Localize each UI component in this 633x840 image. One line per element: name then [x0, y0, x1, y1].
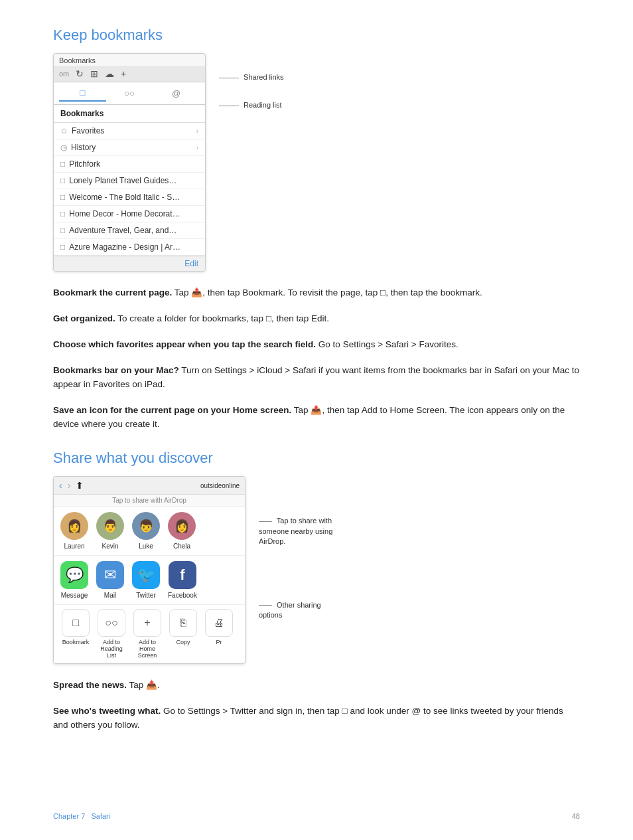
bookmarks-callouts: Shared links Reading list	[219, 73, 284, 109]
contact-name-lauren: Lauren	[64, 543, 84, 550]
list-item-pitchfork[interactable]: □ Pitchfork	[54, 156, 205, 173]
callout-reading-list: Reading list	[219, 101, 284, 109]
history-icon: ◷	[60, 143, 67, 152]
bookmarks-toolbar: om ↻ ⊞ ☁ +	[54, 66, 205, 82]
pitchfork-icon: □	[60, 159, 65, 169]
para-tweeting: See who's tweeting what. Go to Settings …	[53, 705, 580, 732]
edit-button[interactable]: Edit	[184, 259, 198, 268]
action-copy[interactable]: ⎘ Copy	[168, 609, 198, 659]
contact-chela[interactable]: 👩 Chela	[168, 512, 196, 550]
facebook-icon: f	[169, 561, 196, 589]
contact-lauren[interactable]: 👩 Lauren	[60, 512, 88, 550]
action-bookmark[interactable]: □ Bookmark	[60, 609, 91, 659]
history-chevron: ›	[196, 144, 198, 151]
list-item-history[interactable]: ◷ History ›	[54, 139, 205, 156]
contact-luke[interactable]: 👦 Luke	[132, 512, 160, 550]
action-bookmark-label: Bookmark	[62, 639, 90, 645]
page-footer: Chapter 7 Safari 48	[53, 812, 580, 820]
footer-chapter: Chapter 7 Safari	[53, 812, 110, 820]
tab-bookmarks[interactable]: □	[59, 85, 106, 102]
home-decor-icon: □	[60, 209, 65, 218]
toolbar-left-text: om	[59, 70, 69, 78]
share-actions-row: □ Bookmark ○○ Add to Reading List + Add …	[54, 605, 245, 663]
para-get-organized: Get organized. To create a folder for bo…	[53, 312, 580, 326]
contact-name-chela: Chela	[173, 543, 190, 550]
twitter-icon: 🐦	[132, 561, 160, 589]
back-button[interactable]: ‹	[59, 480, 62, 491]
favorites-icon: ☆	[60, 126, 68, 135]
lonely-planet-label: Lonely Planet Travel Guides…	[69, 176, 198, 185]
pitchfork-label: Pitchfork	[69, 159, 198, 169]
forward-button[interactable]: ›	[68, 480, 71, 491]
bookmarks-section-header: Bookmarks	[54, 105, 205, 123]
action-home-screen[interactable]: + Add to Home Screen	[132, 609, 163, 659]
contact-kevin[interactable]: 👨 Kevin	[96, 512, 124, 550]
app-name-mail: Mail	[104, 592, 116, 599]
action-reading-icon: ○○	[98, 609, 125, 637]
list-item-azure[interactable]: □ Azure Magazine - Design | Ar…	[54, 239, 205, 256]
app-mail[interactable]: ✉ Mail	[96, 561, 124, 599]
history-label: History	[71, 143, 192, 152]
action-home-label: Add to Home Screen	[132, 639, 163, 659]
share-mockup: ‹ › ⬆ outsideonline Tap to share with Ai…	[53, 476, 246, 664]
at-tab-icon: @	[172, 88, 180, 98]
action-print[interactable]: 🖨 Pr	[204, 609, 234, 659]
para-spread-news: Spread the news. Tap 📤.	[53, 679, 580, 693]
share-button[interactable]: ⬆	[76, 480, 84, 491]
reload-icon: ↻	[76, 68, 84, 79]
action-reading-label: Add to Reading List	[96, 639, 127, 659]
adventure-label: Adventure Travel, Gear, and…	[69, 226, 198, 235]
action-bookmark-icon: □	[62, 609, 90, 637]
para-bookmark-page: Bookmark the current page. Tap 📤, then t…	[53, 286, 580, 300]
adventure-icon: □	[60, 226, 65, 235]
tab-reading-list[interactable]: ○○	[106, 86, 153, 101]
azure-icon: □	[60, 242, 65, 252]
action-copy-icon: ⎘	[169, 609, 197, 637]
contact-name-luke: Luke	[139, 543, 153, 550]
contact-name-kevin: Kevin	[102, 543, 118, 550]
bookmarks-screenshot-area: Bookmarks om ↻ ⊞ ☁ + □ ○○ @	[53, 53, 580, 272]
footer-page-number: 48	[572, 812, 580, 820]
action-reading-list[interactable]: ○○ Add to Reading List	[96, 609, 127, 659]
para-bookmarks-bar-mac: Bookmarks bar on your Mac? Turn on Setti…	[53, 364, 580, 392]
bold-italic-label: Welcome - The Bold Italic - S…	[69, 193, 198, 202]
app-facebook[interactable]: f Facebook	[168, 561, 197, 599]
list-item-lonely-planet[interactable]: □ Lonely Planet Travel Guides…	[54, 173, 205, 189]
tabs-icon: ⊞	[90, 68, 98, 79]
bookmarks-panel: Bookmarks om ↻ ⊞ ☁ + □ ○○ @	[53, 53, 206, 272]
callout-airdrop: Tap to share with someone nearby using A…	[259, 516, 338, 546]
share-url: outsideonline	[89, 482, 240, 489]
bookmarks-tab-icon: □	[80, 88, 85, 98]
para-choose-favorites: Choose which favorites appear when you t…	[53, 338, 580, 352]
favorites-label: Favorites	[72, 126, 192, 135]
share-screenshot-area: ‹ › ⬆ outsideonline Tap to share with Ai…	[53, 476, 580, 664]
avatar-lauren: 👩	[60, 512, 88, 540]
avatar-chela: 👩	[168, 512, 196, 540]
action-print-label: Pr	[216, 639, 222, 645]
bookmarks-footer: Edit	[54, 256, 205, 271]
airdrop-bar: Tap to share with AirDrop	[54, 495, 245, 507]
callout-shared-links: Shared links	[219, 73, 284, 81]
list-item-bold-italic[interactable]: □ Welcome - The Bold Italic - S…	[54, 189, 205, 206]
cloud-icon: ☁	[105, 68, 114, 79]
share-contacts-row: 👩 Lauren 👨 Kevin 👦 Luke 👩 Chela	[54, 507, 245, 556]
list-item-favorites[interactable]: ☆ Favorites ›	[54, 123, 205, 139]
app-message[interactable]: 💬 Message	[60, 561, 88, 599]
plus-icon: +	[121, 68, 126, 79]
app-name-twitter: Twitter	[136, 592, 155, 599]
list-item-home-decor[interactable]: □ Home Decor - Home Decorat…	[54, 206, 205, 222]
section2-title: Share what you discover	[53, 450, 580, 467]
app-twitter[interactable]: 🐦 Twitter	[132, 561, 160, 599]
home-decor-label: Home Decor - Home Decorat…	[69, 209, 198, 218]
action-home-icon: +	[133, 609, 161, 637]
para-save-icon: Save an icon for the current page on you…	[53, 404, 580, 432]
favorites-chevron: ›	[196, 127, 198, 135]
reading-list-tab-icon: ○○	[124, 88, 135, 98]
tab-shared-links[interactable]: @	[153, 86, 200, 101]
share-callouts: Tap to share with someone nearby using A…	[259, 516, 338, 620]
list-item-adventure[interactable]: □ Adventure Travel, Gear, and…	[54, 222, 205, 239]
callout-other-sharing: Other sharing options	[259, 600, 338, 621]
bookmarks-tabs: □ ○○ @	[54, 82, 205, 105]
action-print-icon: 🖨	[205, 609, 233, 637]
app-name-facebook: Facebook	[168, 592, 197, 599]
